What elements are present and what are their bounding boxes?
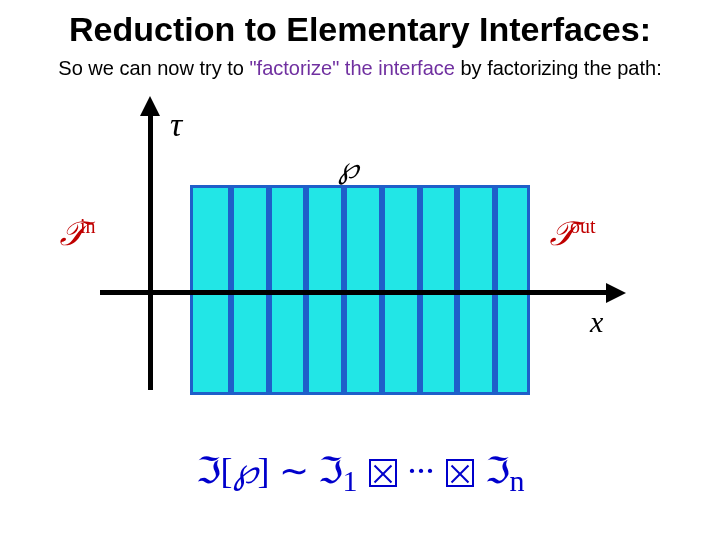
formula-wp: ℘ — [233, 451, 258, 491]
tin-sup: in — [80, 215, 96, 237]
formula-I1: ℑ — [318, 451, 343, 491]
formula: ℑ[℘] ∼ ℑ1 ··· ℑn — [0, 450, 720, 498]
arrow-up-icon — [140, 96, 160, 116]
axis-y — [148, 110, 153, 390]
formula-dots: ··· — [408, 451, 435, 491]
subtitle-mid: "factorize" the interface — [250, 57, 461, 79]
subtitle-pre: So we can now try to — [58, 57, 249, 79]
formula-subn: n — [510, 464, 525, 497]
formula-sub1: 1 — [343, 464, 358, 497]
diagram-area: τ ℘ 𝒯in 𝒯out x — [70, 100, 650, 420]
axis-x — [100, 290, 610, 295]
label-t-out: 𝒯out — [548, 215, 596, 254]
label-tau: τ — [170, 106, 182, 144]
page-title: Reduction to Elementary Interfaces: — [0, 0, 720, 49]
formula-I-left: ℑ — [196, 451, 221, 491]
label-t-in: 𝒯in — [58, 215, 96, 254]
label-wp: ℘ — [338, 150, 359, 185]
arrow-right-icon — [606, 283, 626, 303]
boxtimes-icon — [446, 459, 474, 487]
tout-sup: out — [570, 215, 596, 237]
tin-base: 𝒯 — [58, 215, 80, 252]
tout-base: 𝒯 — [548, 215, 570, 252]
formula-sim: ∼ — [279, 451, 309, 491]
subtitle: So we can now try to "factorize" the int… — [0, 49, 720, 80]
boxtimes-icon — [369, 459, 397, 487]
subtitle-post: by factorizing the path: — [460, 57, 661, 79]
formula-In: ℑ — [485, 451, 510, 491]
label-x: x — [590, 305, 603, 339]
